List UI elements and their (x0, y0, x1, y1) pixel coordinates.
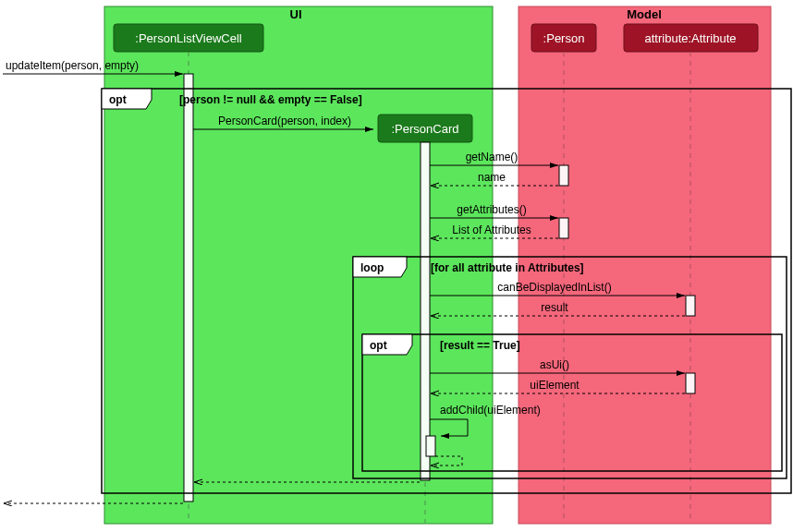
label-personlistviewcell: :PersonListViewCell (135, 31, 241, 45)
label-person: :Person (543, 31, 585, 45)
fragment-loop-label: loop (360, 261, 384, 274)
fragment-opt2-guard: [result == True] (440, 339, 520, 352)
msg-canbedisplayed: canBeDisplayedInList() (497, 281, 611, 294)
msg-addchild: addChild(uiElement) (440, 404, 541, 417)
msg-updateitem: updateItem(person, empty) (6, 59, 139, 72)
activation-person-1 (559, 165, 568, 186)
ret-attributes: List of Attributes (452, 224, 531, 236)
label-attribute: attribute:Attribute (645, 31, 737, 45)
activation-attribute-2 (686, 373, 695, 393)
msg-getattributes: getAttributes() (457, 203, 526, 216)
fragment-opt1-label: opt (109, 93, 127, 106)
ret-name: name (478, 171, 506, 184)
msg-asui: asUi() (540, 358, 569, 371)
fragment-opt2-label: opt (370, 339, 387, 352)
fragment-opt1-guard: [person != null && empty == False] (179, 93, 362, 106)
activation-personlistviewcell (184, 74, 193, 502)
msg-getname: getName() (466, 151, 518, 163)
participant-attribute: attribute:Attribute (624, 24, 758, 52)
ret-result: result (541, 301, 568, 314)
activation-personcard (421, 142, 430, 480)
ret-uielement: uiElement (530, 379, 580, 392)
participant-personlistviewcell: :PersonListViewCell (114, 24, 263, 52)
model-box-label: Model (627, 7, 662, 21)
activation-attribute-1 (686, 296, 695, 316)
fragment-loop-guard: [for all attribute in Attributes] (431, 261, 584, 274)
msg-personcardctor: PersonCard(person, index) (218, 115, 351, 127)
ui-box-label: UI (290, 7, 302, 21)
participant-personcard: :PersonCard (378, 115, 472, 142)
activation-person-2 (559, 218, 568, 238)
activation-personcard-self (426, 436, 435, 456)
label-personcard: :PersonCard (392, 122, 459, 136)
participant-person: :Person (531, 24, 596, 52)
